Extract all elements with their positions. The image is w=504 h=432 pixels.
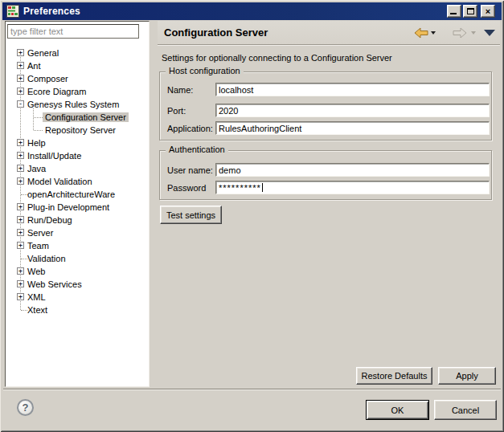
page-nav-toolbar (414, 21, 495, 45)
tree-item[interactable]: +Ecore Diagram (6, 85, 148, 98)
application-field[interactable] (215, 121, 490, 135)
tree-item-label: openArchitectureWare (25, 190, 117, 199)
tree-item-label: Help (25, 138, 48, 148)
tree-item[interactable]: +Team (6, 239, 148, 252)
window-title: Preferences (23, 6, 80, 17)
back-arrow-icon[interactable] (414, 27, 428, 39)
tree-item[interactable]: +Run/Debug (6, 214, 148, 226)
help-button[interactable]: ? (17, 399, 34, 416)
page-title: Configuration Server (164, 21, 268, 45)
ok-button[interactable]: OK (366, 400, 429, 420)
cancel-button[interactable]: Cancel (434, 400, 497, 420)
preferences-tree: +General+Ant+Composer+Ecore Diagram-Gene… (6, 47, 148, 385)
expand-plus-icon[interactable]: + (17, 203, 24, 210)
close-button[interactable]: × (481, 5, 495, 18)
tree-item[interactable]: +Java (6, 162, 148, 175)
password-label: Password (167, 183, 206, 193)
filter-input[interactable] (7, 24, 139, 39)
maximize-icon (467, 8, 474, 14)
expand-plus-icon[interactable]: + (17, 152, 24, 159)
name-field[interactable] (215, 83, 490, 96)
expand-plus-icon[interactable]: + (17, 75, 24, 82)
tree-item[interactable]: -Genesys Rules System (6, 98, 148, 111)
test-settings-button[interactable]: Test settings (160, 206, 222, 224)
title-bar[interactable]: Preferences × (2, 2, 502, 20)
password-field[interactable]: ********** (215, 181, 490, 194)
back-dropdown-icon[interactable] (431, 31, 436, 35)
tree-item-label: Model Validation (25, 177, 95, 186)
tree-item-label: Web Services (25, 279, 84, 289)
tree-item[interactable]: +Install/Update (6, 149, 148, 162)
user-name-label: User name: (167, 165, 213, 175)
preferences-tree-panel: +General+Ant+Composer+Ecore Diagram-Gene… (5, 21, 150, 387)
help-icon: ? (23, 401, 29, 414)
expand-plus-icon[interactable]: + (17, 242, 24, 249)
port-label: Port: (167, 106, 186, 116)
minimize-button[interactable] (447, 5, 461, 18)
host-group-legend: Host configuration (166, 66, 244, 75)
footer-separator (3, 389, 501, 390)
minimize-icon (450, 13, 457, 14)
apply-button[interactable]: Apply (438, 367, 496, 385)
tree-item[interactable]: +Composer (6, 72, 148, 85)
tree-item[interactable]: Repository Server (6, 124, 148, 137)
tree-item-label: Repository Server (43, 125, 118, 135)
tree-item[interactable]: +Ant (6, 59, 148, 72)
tree-item-label: Team (25, 241, 51, 251)
tree-item-label: Plug-in Development (25, 202, 112, 212)
tree-item[interactable]: Xtext (6, 304, 148, 316)
tree-item-label: Xtext (25, 305, 50, 315)
tree-item-label: General (25, 48, 61, 58)
expand-plus-icon[interactable]: + (17, 62, 24, 69)
view-menu-icon[interactable] (484, 30, 495, 36)
tree-item-label: Genesys Rules System (25, 100, 121, 109)
tree-item-label: Ecore Diagram (25, 87, 88, 96)
expand-plus-icon[interactable]: + (17, 293, 24, 300)
user-name-field[interactable] (215, 163, 490, 177)
host-configuration-group: Host configuration Name: Port: Applicati… (159, 71, 492, 141)
tree-item[interactable]: +XML (6, 291, 148, 304)
expand-plus-icon[interactable]: + (17, 280, 24, 287)
page-description: Settings for optionally connecting to a … (162, 53, 392, 63)
auth-group-legend: Authentication (166, 145, 228, 154)
expand-plus-icon[interactable]: + (17, 177, 24, 185)
expand-plus-icon[interactable]: + (17, 216, 24, 223)
tree-item-label: Validation (25, 254, 68, 263)
tree-item[interactable]: +Plug-in Development (6, 201, 148, 214)
close-icon: × (486, 7, 490, 16)
restore-defaults-button[interactable]: Restore Defaults (356, 367, 432, 385)
forward-arrow-icon[interactable] (453, 27, 467, 39)
text-caret (262, 183, 263, 192)
tree-item-label: Install/Update (25, 151, 84, 161)
window-controls: × (445, 5, 495, 18)
tree-item[interactable]: openArchitectureWare (6, 188, 148, 201)
port-field[interactable] (215, 104, 490, 117)
tree-item-label: XML (25, 292, 48, 302)
tree-item[interactable]: +General (6, 47, 148, 59)
preferences-app-icon (6, 5, 19, 18)
expand-plus-icon[interactable]: + (17, 267, 24, 275)
tree-item-label: Configuration Server (43, 112, 129, 122)
expand-plus-icon[interactable]: + (17, 139, 24, 146)
expand-plus-icon[interactable]: + (17, 165, 24, 172)
page-header-band: Configuration Server (158, 21, 500, 45)
tree-item[interactable]: +Server (6, 226, 148, 239)
tree-item-label: Server (25, 228, 55, 238)
tree-item[interactable]: Validation (6, 252, 148, 265)
collapse-minus-icon[interactable]: - (17, 100, 24, 108)
tree-item[interactable]: Configuration Server (6, 111, 148, 124)
password-masked-value: ********** (219, 183, 261, 193)
tree-item[interactable]: +Web Services (6, 278, 148, 291)
tree-item[interactable]: +Model Validation (6, 175, 148, 188)
application-label: Application: (167, 124, 213, 133)
expand-plus-icon[interactable]: + (17, 229, 24, 236)
tree-item-label: Java (25, 164, 48, 173)
tree-item[interactable]: +Web (6, 265, 148, 278)
expand-plus-icon[interactable]: + (17, 88, 24, 95)
expand-plus-icon[interactable]: + (17, 49, 24, 56)
tree-item[interactable]: +Help (6, 137, 148, 149)
maximize-button[interactable] (463, 5, 477, 18)
forward-dropdown-icon[interactable] (471, 31, 476, 35)
preferences-dialog: Preferences × +General+Ant+Composer+Ecor… (0, 0, 504, 432)
tree-item-label: Run/Debug (25, 215, 75, 225)
